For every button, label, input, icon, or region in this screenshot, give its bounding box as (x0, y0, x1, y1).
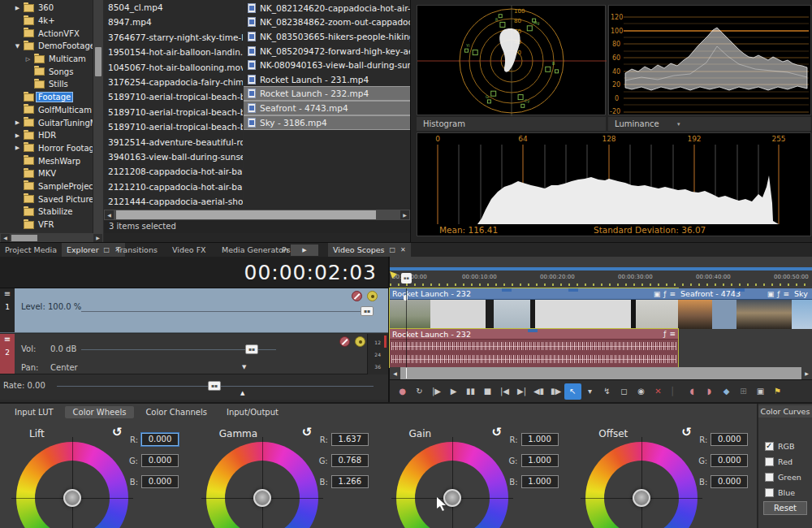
envelope-tool-button[interactable]: ↯ (598, 383, 615, 400)
file-item[interactable]: NK_083503665-hikers-people-hiking-h... (244, 29, 410, 44)
pan-crop-icon[interactable]: ▣ (654, 290, 661, 298)
file-item[interactable]: 5189710-aerial-tropical-beach-b... (104, 105, 243, 119)
checkbox-icon[interactable] (765, 442, 774, 451)
tab-media-generators[interactable]: Media Generators (222, 243, 291, 258)
tree-item[interactable]: ActionVFX (0, 27, 93, 40)
file-item[interactable]: 3912514-adventure-beautiful-ro... (104, 135, 243, 149)
tree-item[interactable]: Songs (0, 65, 93, 78)
blue-value-input[interactable]: 0.000 (710, 475, 748, 488)
file-item[interactable]: 2121208-cappadocia-hot-air-bal... (104, 164, 243, 179)
previous-frame-button[interactable]: ◀▮ (530, 383, 547, 400)
scroll-right-icon[interactable]: ▶ (93, 234, 102, 242)
event-fx-icon[interactable]: ƒ (777, 290, 780, 298)
tool-dropdown[interactable]: ▾ (581, 383, 598, 400)
file-item[interactable]: Seafront - 4743.mp4 (244, 101, 410, 115)
curve-channel-option[interactable]: Green (765, 472, 801, 483)
track-mute-button[interactable] (352, 291, 362, 301)
histogram-type-dropdown[interactable]: Histogram (417, 117, 606, 131)
zoom-tool-button[interactable]: ◉ (633, 383, 650, 400)
timeline-ruler[interactable]: 00:00:00:0000:00:10:0000:00:20:0000:00:3… (390, 270, 812, 288)
tree-expander-icon[interactable]: ▶ (14, 119, 21, 126)
track-strip[interactable]: ≡ 2 (0, 334, 15, 374)
go-to-start-button[interactable]: |◀ (496, 383, 513, 400)
color-wheel[interactable] (206, 442, 318, 528)
red-value-input[interactable]: 0.000 (710, 433, 748, 446)
playback-rate-control[interactable]: Rate: 0.00 ▲ (0, 374, 388, 400)
toolbar-separator[interactable]: ▏ (667, 383, 684, 400)
blue-value-input[interactable]: 1.000 (521, 475, 559, 488)
color-wheel[interactable] (585, 442, 698, 528)
file-item[interactable]: NK_082124620-cappadocia-hot-air-bal... (244, 1, 410, 15)
tree-item[interactable]: Stabilize (0, 206, 93, 219)
tree-item[interactable]: Stills (0, 78, 93, 91)
play-from-start-button[interactable]: |▶ (428, 383, 445, 400)
play-button[interactable]: ▶ (445, 383, 462, 400)
track-solo-button[interactable] (355, 336, 365, 347)
green-value-input[interactable]: 0.768 (331, 454, 369, 467)
scrollbar-thumb[interactable] (116, 210, 376, 219)
tree-expander-icon[interactable]: ▼ (14, 43, 21, 50)
tab-scroll-button[interactable]: ▶ (291, 245, 318, 256)
red-value-input[interactable]: 1.637 (331, 433, 369, 446)
color-wheel-puck[interactable] (253, 489, 271, 507)
clip-menu-icon[interactable]: ≡ (783, 290, 789, 298)
clip-menu-icon[interactable]: ≡ (669, 290, 676, 298)
track-menu-icon[interactable]: ≡ (0, 334, 15, 345)
color-wheel-puck[interactable] (633, 489, 650, 507)
checkbox-icon[interactable] (765, 473, 774, 482)
waveform-channel-dropdown[interactable]: Luminance ▾ (608, 117, 811, 131)
tab-video-scopes[interactable]: Video Scopes □ ✕ (328, 243, 411, 258)
file-item[interactable]: NK-080940163-view-ball-during-sunse... (244, 58, 410, 72)
file-item[interactable]: 8947.mp4 (104, 15, 243, 29)
scroll-left-icon[interactable]: ◀ (105, 210, 114, 219)
video-clip[interactable]: Rocket Launch - 232 ▣ ƒ ≡ (390, 288, 678, 329)
undock-icon[interactable]: □ (104, 243, 110, 258)
pan-crop-icon[interactable]: ▣ (767, 290, 775, 298)
playhead-marker[interactable] (401, 273, 412, 283)
timecode-display[interactable]: 00:00:02:03 (0, 257, 388, 288)
blue-value-input[interactable]: 1.266 (331, 475, 369, 488)
tab-video-fx[interactable]: Video FX (172, 243, 206, 258)
wheel-reset-button[interactable]: ↺ (112, 425, 123, 439)
audio-clip[interactable]: Rocket Launch - 232 ƒ ≡ (390, 329, 678, 367)
tree-item[interactable]: ▼ DemoFootage (0, 40, 93, 53)
file-item[interactable]: Sky - 3186.mp4 (244, 115, 410, 130)
grading-tab[interactable]: Color Channels (137, 406, 215, 418)
track-strip[interactable]: ≡ 1 (0, 288, 15, 332)
checkbox-icon[interactable] (765, 457, 774, 466)
green-value-input[interactable]: 0.000 (710, 454, 748, 467)
tree-item[interactable]: ▶ 360 (0, 2, 93, 15)
tree-item[interactable]: Saved Pictures (0, 193, 93, 206)
clip-header[interactable]: Rocket Launch - 232 ▣ ƒ ≡ (390, 288, 678, 300)
file-item[interactable]: 3764677-starry-night-sky-time-l... (104, 30, 243, 45)
go-to-end-button[interactable]: ▶| (513, 383, 530, 400)
file-item[interactable]: 1045067-hot-air-ballooning.mov (104, 60, 243, 75)
tree-item[interactable]: GolfMulticam (0, 104, 93, 117)
track-menu-icon[interactable]: ≡ (0, 288, 15, 300)
track-mute-button[interactable] (339, 336, 350, 347)
red-value-input[interactable]: 1.000 (521, 433, 559, 446)
tree-item[interactable]: MeshWarp (0, 154, 93, 167)
stop-button[interactable]: ■ (479, 383, 496, 400)
tree-item[interactable]: ▶ HDR (0, 129, 93, 142)
tab-partial[interactable]: Pr (282, 243, 289, 258)
video-clip[interactable]: Seafront - 4743 ▣ ƒ ≡ (678, 288, 792, 329)
video-clip[interactable]: Sky - (792, 288, 812, 329)
selection-tool-button[interactable]: ◻ (615, 383, 633, 400)
tree-vertical-scrollbar[interactable] (93, 0, 103, 233)
timeline-horizontal-scrollbar[interactable]: ◀ ▶ (390, 367, 812, 379)
delete-button[interactable]: ✕ (650, 383, 667, 400)
scrollbar-thumb[interactable] (11, 235, 37, 241)
checkbox-icon[interactable] (765, 488, 774, 497)
tree-item[interactable]: ▷ Multicam (0, 53, 93, 66)
file-item[interactable]: 5189710-aerial-tropical-beach-b... (104, 119, 243, 134)
curve-channel-option[interactable]: Blue (765, 487, 801, 498)
color-wheel[interactable] (396, 442, 508, 528)
grading-tab[interactable]: Input/Output (218, 406, 287, 418)
fade-in-button[interactable]: ◖ (684, 383, 701, 400)
audio-track-header[interactable]: ≡ 2 Vol: 0.0 dB Pan: Center ▼ 12 24 36 (0, 334, 388, 374)
curves-reset-button[interactable]: Reset (763, 501, 807, 515)
pan-center-marker[interactable]: ▼ (242, 364, 246, 370)
color-wheel[interactable] (16, 442, 128, 528)
level-slider-handle[interactable] (361, 306, 374, 316)
